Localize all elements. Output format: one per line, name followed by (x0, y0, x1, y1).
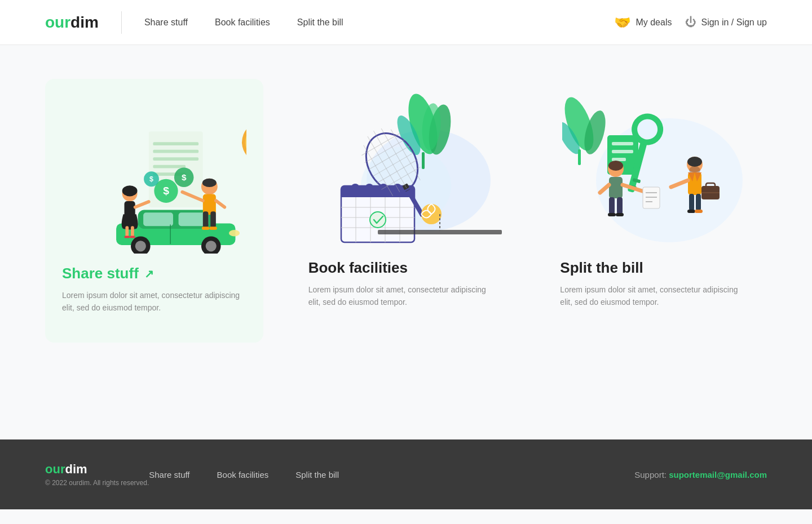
nav-split-bill[interactable]: Split the bill (297, 17, 343, 28)
cards-row: $ $ $ (45, 79, 767, 343)
main-nav: Share stuff Book facilities Split the bi… (144, 17, 615, 28)
deals-icon: 🤝 (614, 15, 631, 30)
svg-rect-53 (202, 227, 209, 230)
footer-nav-share[interactable]: Share stuff (149, 470, 189, 479)
svg-point-78 (370, 212, 386, 228)
header: ourdim Share stuff Book facilities Split… (0, 0, 812, 45)
footer-copyright: © 2022 ourdim. All rights reserved. (45, 479, 149, 487)
card-share-stuff[interactable]: $ $ $ (45, 79, 263, 343)
svg-rect-52 (210, 211, 216, 228)
svg-point-49 (202, 179, 217, 187)
share-stuff-arrow: ↗ (144, 267, 154, 281)
svg-rect-131 (689, 194, 694, 211)
signin-icon: ⏻ (685, 16, 696, 29)
svg-rect-46 (130, 236, 135, 238)
footer: ourdim © 2022 ourdim. All rights reserve… (0, 439, 812, 509)
svg-point-124 (687, 157, 702, 167)
svg-line-47 (135, 202, 149, 207)
svg-rect-103 (612, 150, 633, 153)
svg-point-39 (229, 230, 240, 237)
signin-label: Sign in / Sign up (701, 17, 767, 28)
svg-rect-120 (617, 197, 623, 214)
svg-rect-44 (131, 226, 134, 237)
svg-rect-63 (422, 152, 425, 169)
svg-rect-1 (153, 142, 198, 145)
logo-our: our (45, 14, 70, 31)
my-deals-label: My deals (636, 17, 672, 28)
footer-logo-dim: dim (65, 462, 87, 476)
svg-point-35 (135, 241, 146, 251)
footer-logo-our: our (45, 462, 65, 476)
book-facilities-desc: Lorem ipsum dolor sit amet, consectetur … (308, 283, 489, 309)
svg-rect-121 (608, 213, 616, 216)
svg-text:$: $ (163, 185, 169, 197)
my-deals-link[interactable]: 🤝 My deals (614, 15, 672, 30)
split-bill-title: Split the bill (560, 259, 756, 277)
nav-book-facilities[interactable]: Book facilities (215, 17, 270, 28)
svg-rect-102 (612, 142, 633, 145)
share-stuff-illustration: $ $ $ (62, 96, 246, 254)
card-book-facilities[interactable]: Book facilities Lorem ipsum dolor sit am… (297, 79, 515, 331)
svg-rect-114 (643, 187, 660, 208)
svg-rect-4 (153, 165, 186, 168)
svg-rect-51 (203, 211, 209, 228)
footer-support-email[interactable]: suportemail@gmail.com (669, 470, 767, 479)
svg-rect-134 (695, 210, 703, 213)
card-split-bill[interactable]: Split the bill Lorem ipsum dolor sit ame… (549, 79, 767, 331)
footer-nav: Share stuff Book facilities Split the bi… (149, 470, 634, 479)
share-stuff-title: Share stuff ↗ (62, 265, 246, 282)
header-right: 🤝 My deals ⏻ Sign in / Sign up (614, 15, 767, 30)
svg-point-41 (122, 185, 138, 196)
svg-rect-43 (125, 226, 129, 237)
book-facilities-title: Book facilities (308, 259, 504, 277)
svg-text:$: $ (149, 175, 153, 183)
svg-rect-112 (609, 177, 623, 198)
svg-rect-70 (341, 194, 414, 197)
header-divider (121, 11, 122, 34)
logo[interactable]: ourdim (45, 14, 99, 32)
svg-point-37 (206, 241, 217, 251)
footer-support-label: Support: (634, 470, 667, 479)
main-content: $ $ $ (0, 45, 812, 439)
svg-rect-104 (612, 158, 626, 161)
footer-nav-split[interactable]: Split the bill (295, 470, 339, 479)
svg-rect-122 (616, 213, 624, 216)
footer-logo-area: ourdim © 2022 ourdim. All rights reserve… (45, 462, 149, 487)
svg-point-111 (608, 161, 623, 171)
footer-nav-book[interactable]: Book facilities (217, 470, 269, 479)
book-facilities-illustration (308, 90, 504, 248)
svg-rect-119 (609, 197, 615, 214)
svg-rect-45 (124, 236, 130, 238)
svg-rect-2 (153, 150, 198, 153)
split-bill-desc: Lorem ipsum dolor sit amet, consectetur … (560, 283, 740, 309)
logo-dim: dim (70, 14, 99, 31)
svg-rect-133 (687, 210, 695, 213)
split-bill-illustration (560, 90, 756, 248)
share-stuff-desc: Lorem ipsum dolor sit amet, consectetur … (62, 289, 242, 314)
nav-share-stuff[interactable]: Share stuff (144, 17, 188, 28)
svg-rect-3 (153, 157, 198, 161)
svg-line-56 (216, 201, 224, 207)
svg-text:$: $ (182, 172, 187, 182)
signin-link[interactable]: ⏻ Sign in / Sign up (685, 16, 767, 29)
footer-support: Support: suportemail@gmail.com (634, 470, 767, 479)
svg-rect-32 (143, 212, 173, 226)
svg-rect-132 (696, 194, 701, 211)
svg-rect-100 (578, 149, 581, 165)
svg-rect-54 (209, 227, 217, 230)
footer-logo: ourdim (45, 462, 149, 477)
